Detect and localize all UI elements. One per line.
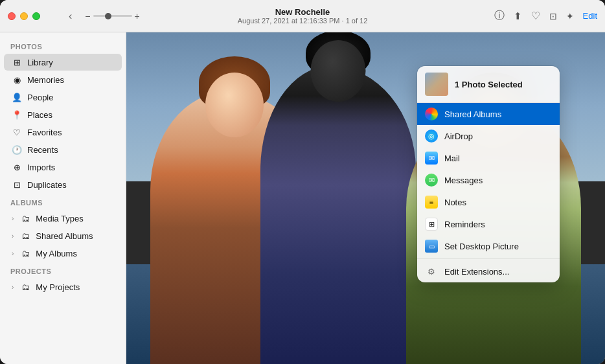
- albums-section-label: Albums: [0, 194, 126, 209]
- people-icon: 👤: [12, 92, 22, 102]
- back-button[interactable]: ‹: [66, 9, 74, 23]
- messages-label: Messages: [444, 176, 483, 185]
- sidebar-item-places[interactable]: 📍 Places: [4, 106, 122, 123]
- mail-label: Mail: [444, 154, 460, 163]
- favorites-icon: ♡: [12, 127, 22, 137]
- airdrop-menu-icon: ◎: [425, 130, 438, 142]
- expand-icon-shared-albums: ›: [12, 233, 14, 240]
- library-icon: ⊞: [12, 57, 22, 67]
- sidebar-item-label-people: People: [27, 93, 53, 102]
- messages-menu-icon: ✉: [425, 174, 438, 187]
- zoom-out-icon: −: [85, 11, 90, 21]
- places-icon: 📍: [12, 109, 22, 120]
- projects-section-label: Projects: [0, 262, 126, 278]
- sidebar-item-label-imports: Imports: [27, 163, 55, 172]
- edit-extensions-menu-icon: ⚙: [425, 265, 438, 278]
- notes-label: Notes: [444, 198, 466, 207]
- photo-title: New Rochelle: [238, 7, 368, 17]
- share-menu-item-notes[interactable]: ≡ Notes: [417, 191, 560, 213]
- person-center: [260, 66, 416, 364]
- sidebar-item-memories[interactable]: ◉ Memories: [4, 71, 122, 88]
- sidebar-item-shared-albums[interactable]: › 🗂 Shared Albums: [4, 227, 122, 244]
- expand-icon-my-albums: ›: [12, 250, 14, 257]
- head-left: [205, 73, 264, 137]
- zoom-thumb[interactable]: [105, 13, 111, 19]
- sidebar-item-people[interactable]: 👤 People: [4, 89, 122, 106]
- share-thumbnail: [425, 73, 448, 96]
- reminders-menu-icon: ⊞: [425, 218, 438, 231]
- minimize-button[interactable]: [20, 12, 28, 20]
- titlebar-center: New Rochelle August 27, 2021 at 12:16:33…: [238, 7, 368, 25]
- share-menu-item-shared-albums[interactable]: Shared Albums: [417, 103, 560, 125]
- share-menu-item-messages[interactable]: ✉ Messages: [417, 169, 560, 191]
- main-window: ‹ − + New Rochelle August 27, 2021 at 12…: [0, 0, 605, 364]
- enhance-icon[interactable]: ✦: [566, 11, 574, 21]
- share-menu-item-mail[interactable]: ✉ Mail: [417, 147, 560, 169]
- sidebar-item-label-library: Library: [27, 58, 53, 67]
- my-projects-icon: 🗂: [20, 282, 30, 292]
- edit-button[interactable]: Edit: [583, 11, 597, 21]
- recents-icon: 🕐: [12, 144, 22, 155]
- sidebar-item-label-favorites: Favorites: [27, 128, 62, 137]
- sidebar-item-duplicates[interactable]: ⊡ Duplicates: [4, 176, 122, 193]
- titlebar-actions: ⓘ ⬆ ♡ ⊡ ✦ Edit: [494, 9, 597, 23]
- sidebar-item-label-shared-albums: Shared Albums: [36, 231, 93, 241]
- share-menu-item-airdrop[interactable]: ◎ AirDrop: [417, 125, 560, 147]
- shared-albums-menu-icon: [425, 108, 438, 120]
- set-desktop-label: Set Desktop Picture: [444, 242, 519, 251]
- share-menu-item-reminders[interactable]: ⊞ Reminders: [417, 213, 560, 235]
- sidebar-item-label-places: Places: [27, 110, 52, 120]
- edit-extensions-label: Edit Extensions...: [444, 267, 509, 277]
- navigation-controls: ‹ − +: [66, 9, 140, 23]
- sidebar-item-label-my-projects: My Projects: [36, 282, 80, 292]
- zoom-in-icon: +: [135, 11, 140, 21]
- crop-icon[interactable]: ⊡: [549, 11, 557, 21]
- sidebar: Photos ⊞ Library ◉ Memories 👤 People 📍 P…: [0, 32, 126, 364]
- sidebar-item-label-media-types: Media Types: [36, 214, 83, 223]
- share-menu-item-edit-extensions[interactable]: ⚙ Edit Extensions...: [417, 260, 560, 282]
- share-menu-item-set-desktop[interactable]: ▭ Set Desktop Picture: [417, 235, 560, 257]
- sidebar-item-imports[interactable]: ⊕ Imports: [4, 159, 122, 176]
- zoom-slider: − +: [85, 11, 139, 21]
- info-icon[interactable]: ⓘ: [494, 9, 505, 23]
- zoom-track[interactable]: [93, 15, 132, 17]
- duplicates-icon: ⊡: [12, 179, 22, 190]
- main-content: Photos ⊞ Library ◉ Memories 👤 People 📍 P…: [0, 32, 605, 364]
- expand-icon-media-types: ›: [12, 215, 14, 222]
- airdrop-label: AirDrop: [444, 131, 473, 141]
- maximize-button[interactable]: [32, 12, 40, 20]
- share-header-text: 1 Photo Selected: [455, 80, 523, 89]
- photos-section-label: Photos: [0, 38, 126, 53]
- photo-view[interactable]: 1 Photo Selected Shared Albums ◎ AirDrop: [126, 32, 605, 364]
- expand-icon-my-projects: ›: [12, 284, 14, 291]
- share-dropdown: 1 Photo Selected Shared Albums ◎ AirDrop: [417, 66, 560, 282]
- head-center: [310, 40, 365, 102]
- memories-icon: ◉: [12, 74, 22, 85]
- sidebar-item-recents[interactable]: 🕐 Recents: [4, 141, 122, 158]
- titlebar: ‹ − + New Rochelle August 27, 2021 at 12…: [0, 0, 605, 32]
- share-header: 1 Photo Selected: [417, 66, 560, 103]
- sidebar-item-favorites[interactable]: ♡ Favorites: [4, 124, 122, 141]
- sidebar-item-my-albums[interactable]: › 🗂 My Albums: [4, 245, 122, 262]
- shared-albums-icon: 🗂: [20, 231, 30, 241]
- mail-menu-icon: ✉: [425, 152, 438, 165]
- menu-divider: [417, 258, 560, 259]
- reminders-label: Reminders: [444, 220, 485, 229]
- my-albums-icon: 🗂: [20, 248, 30, 258]
- sidebar-item-label-recents: Recents: [27, 145, 58, 155]
- notes-menu-icon: ≡: [425, 196, 438, 209]
- close-button[interactable]: [8, 12, 16, 20]
- share-icon[interactable]: ⬆: [514, 10, 522, 22]
- shared-albums-label: Shared Albums: [444, 109, 501, 119]
- photo-subtitle: August 27, 2021 at 12:16:33 PM · 1 of 12: [238, 17, 368, 25]
- imports-icon: ⊕: [12, 162, 22, 172]
- sidebar-item-library[interactable]: ⊞ Library: [4, 54, 122, 71]
- traffic-lights: [8, 12, 40, 20]
- sidebar-item-label-duplicates: Duplicates: [27, 180, 67, 190]
- sidebar-item-label-memories: Memories: [27, 75, 64, 85]
- sidebar-item-my-projects[interactable]: › 🗂 My Projects: [4, 279, 122, 295]
- set-desktop-menu-icon: ▭: [425, 240, 438, 253]
- favorite-icon[interactable]: ♡: [531, 10, 540, 22]
- sidebar-item-media-types[interactable]: › 🗂 Media Types: [4, 210, 122, 227]
- sidebar-item-label-my-albums: My Albums: [36, 249, 77, 258]
